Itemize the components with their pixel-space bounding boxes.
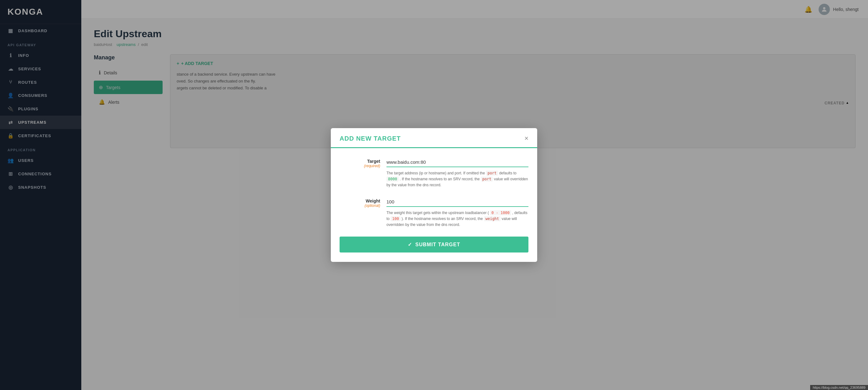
target-field-label: Target: [340, 159, 380, 164]
weight-code: weight: [484, 216, 501, 221]
weight-help-text: The weight this target gets within the u…: [386, 210, 528, 228]
add-target-modal: ADD NEW TARGET × Target (required) The t…: [331, 128, 537, 262]
modal-header: ADD NEW TARGET ×: [331, 128, 537, 148]
status-url: https://blog.csdn.net/qq_23695889: [813, 386, 866, 389]
target-required-label: (required): [340, 164, 380, 168]
weight-input[interactable]: [386, 197, 528, 207]
submit-check-icon: ✓: [408, 241, 412, 248]
modal-overlay: ADD NEW TARGET × Target (required) The t…: [81, 0, 868, 390]
weight-optional-label: (optional): [340, 203, 380, 208]
submit-label: SUBMIT TARGET: [415, 242, 460, 248]
modal-title: ADD NEW TARGET: [340, 135, 401, 142]
port-code-1: port: [486, 171, 498, 175]
weight-field-col: The weight this target gets within the u…: [386, 197, 528, 228]
submit-target-button[interactable]: ✓ SUBMIT TARGET: [340, 236, 528, 253]
weight-form-row: Weight (optional) The weight this target…: [340, 197, 528, 228]
weight-label-col: Weight (optional): [340, 197, 380, 228]
modal-close-button[interactable]: ×: [524, 135, 528, 142]
port-code-2: port: [481, 176, 493, 182]
target-help-text: The target address (ip or hostname) and …: [386, 170, 528, 189]
main-content: 🔔 Hello, shengt Edit Upstream baiduHost …: [81, 0, 868, 390]
port-default-code: 8000: [386, 176, 399, 182]
target-input[interactable]: [386, 158, 528, 167]
target-field-col: The target address (ip or hostname) and …: [386, 158, 528, 189]
target-label-col: Target (required): [340, 158, 380, 189]
modal-body: Target (required) The target address (ip…: [331, 148, 537, 262]
target-form-row: Target (required) The target address (ip…: [340, 158, 528, 189]
status-bar: https://blog.csdn.net/qq_23695889: [810, 385, 868, 390]
weight-range-code: 0 - 1000: [490, 210, 511, 215]
weight-field-label: Weight: [340, 198, 380, 203]
weight-default-code: 100: [391, 216, 401, 221]
